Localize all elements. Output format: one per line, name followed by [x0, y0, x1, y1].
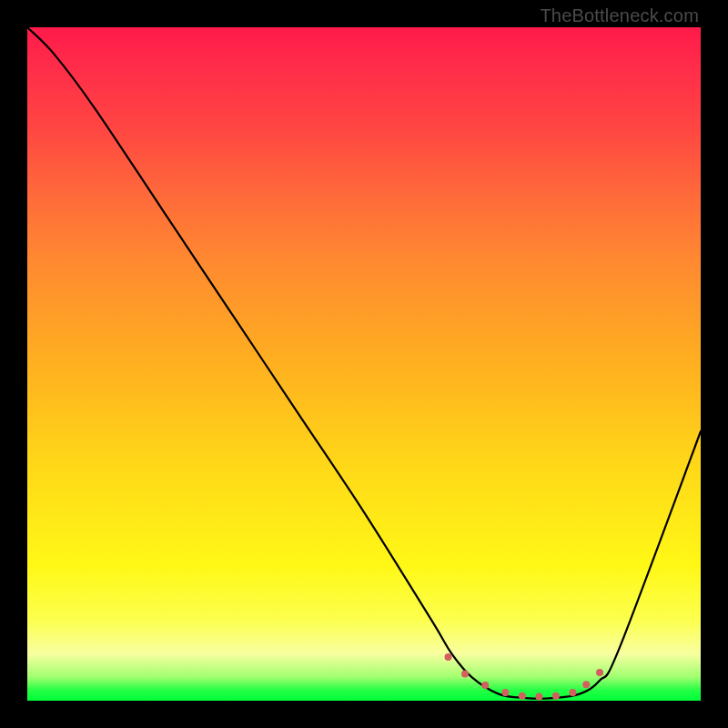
marker-dot	[445, 653, 452, 661]
marker-dot	[461, 670, 469, 677]
marker-dot	[596, 669, 603, 676]
plot-area	[27, 27, 701, 701]
chart-container: TheBottleneck.com	[0, 0, 728, 728]
marker-dot	[582, 681, 590, 688]
marker-dot	[535, 693, 542, 701]
marker-dot	[552, 693, 560, 700]
chart-svg	[27, 27, 701, 701]
marker-dot	[519, 693, 526, 700]
marker-dot	[569, 689, 576, 696]
marker-dot	[481, 682, 489, 689]
bottleneck-curve	[27, 27, 701, 699]
attribution-label: TheBottleneck.com	[540, 5, 699, 26]
marker-dot	[501, 689, 509, 696]
